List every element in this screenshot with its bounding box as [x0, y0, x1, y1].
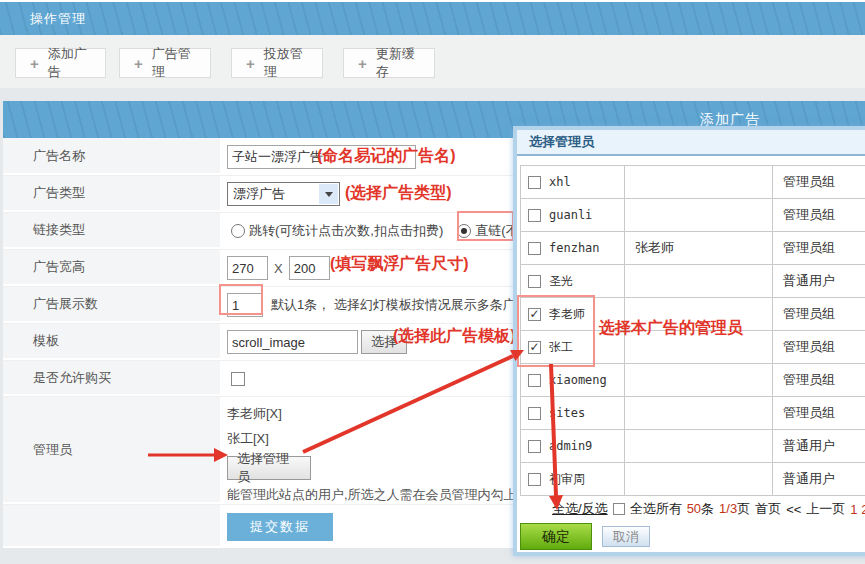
field-label-allow-purchase: 是否允许购买: [3, 361, 220, 396]
realname: [625, 199, 773, 232]
highlight-box-selected-managers: [517, 295, 595, 367]
prev-arrows-icon: <<: [786, 502, 801, 517]
toolbar-button-add-ad[interactable]: + 添加广告: [15, 48, 106, 78]
ad-width-input[interactable]: [227, 256, 268, 280]
dialog-buttons: 确定 取消: [520, 523, 865, 550]
page-header: 操作管理: [0, 2, 865, 35]
total-count: 50条: [687, 500, 714, 518]
username: fenzhan: [549, 241, 600, 255]
user-group: 管理员组: [773, 364, 865, 397]
table-row: admin9 普通用户: [521, 430, 865, 463]
user-group: 管理员组: [773, 199, 865, 232]
username: 初审周: [549, 471, 585, 488]
ad-height-input[interactable]: [289, 256, 330, 280]
toolbar-button-delivery-manage[interactable]: + 投放管理: [231, 48, 323, 78]
toolbar-button-label: 添加广告: [48, 45, 91, 81]
field-label-ad-size: 广告宽高: [3, 250, 220, 286]
first-page-link[interactable]: 首页: [755, 500, 781, 518]
table-row: xiaomeng 管理员组: [521, 364, 865, 397]
size-separator: X: [274, 261, 283, 276]
ok-button[interactable]: 确定: [520, 523, 592, 550]
page-number-links[interactable]: 1 2 3: [850, 502, 865, 517]
highlight-box-direct-link: [457, 211, 514, 241]
display-count-hint: 默认1条， 选择幻灯模板按情况展示多条广告: [271, 296, 529, 314]
ad-type-select[interactable]: 漂浮广告: [227, 182, 340, 206]
table-row: xhl 管理员组: [521, 166, 865, 199]
user-group: 管理员组: [773, 232, 865, 265]
select-all-link[interactable]: 全选/反选: [552, 500, 608, 518]
realname: [625, 397, 773, 430]
radio-jump[interactable]: [231, 224, 245, 238]
plus-icon: +: [134, 55, 143, 72]
annotation-ad-type: (选择广告类型): [345, 183, 452, 204]
page-indicator: 1/3页: [719, 500, 750, 518]
username: admin9: [549, 439, 592, 453]
prev-page-link[interactable]: 上一页: [806, 500, 845, 518]
toolbar-button-label: 广告管理: [152, 45, 196, 81]
field-label-ad-name: 广告名称: [3, 138, 220, 175]
annotation-ad-name: (命名易记的广告名): [317, 146, 456, 167]
username: sites: [549, 406, 585, 420]
choose-manager-button[interactable]: 选择管理员: [227, 456, 311, 480]
row-checkbox[interactable]: [528, 407, 541, 420]
realname: [625, 166, 773, 199]
field-label-display-count: 广告展示数: [3, 287, 220, 323]
highlight-box-display-count: [219, 284, 263, 315]
select-all-pages-checkbox[interactable]: [613, 503, 625, 515]
toolbar: + 添加广告 + 广告管理 + 投放管理 + 更新缓存: [0, 35, 865, 88]
field-label-link-type: 链接类型: [3, 213, 220, 249]
user-group: 管理员组: [773, 397, 865, 430]
template-input[interactable]: [227, 330, 358, 354]
user-group: 普通用户: [773, 463, 865, 496]
user-group: 普通用户: [773, 265, 865, 298]
row-checkbox[interactable]: [528, 473, 541, 486]
toolbar-button-ad-manage[interactable]: + 广告管理: [119, 48, 211, 78]
plus-icon: +: [358, 55, 367, 72]
table-row: sites 管理员组: [521, 397, 865, 430]
table-row: 圣光 普通用户: [521, 265, 865, 298]
empty-label-cell: [3, 505, 220, 548]
toolbar-button-label: 更新缓存: [376, 45, 420, 81]
field-label-template: 模板: [3, 324, 220, 360]
annotation-template: (选择此广告模板): [393, 326, 516, 347]
chevron-down-icon: [319, 184, 338, 204]
radio-jump-label: 跳转(可统计点击次数,扣点击扣费): [249, 222, 443, 240]
row-checkbox[interactable]: [528, 242, 541, 255]
user-group: 管理员组: [773, 166, 865, 199]
row-checkbox[interactable]: [528, 374, 541, 387]
username: 圣光: [549, 273, 573, 290]
user-group: 管理员组: [773, 331, 865, 364]
plus-icon: +: [30, 55, 39, 72]
realname: [625, 364, 773, 397]
realname: 张老师: [625, 232, 773, 265]
user-group: 普通用户: [773, 430, 865, 463]
realname: [625, 430, 773, 463]
allow-purchase-checkbox[interactable]: [231, 372, 245, 386]
row-checkbox[interactable]: [528, 209, 541, 222]
realname: [625, 265, 773, 298]
select-all-pages-label: 全选所有: [630, 500, 682, 518]
username: guanli: [549, 208, 592, 222]
ad-type-selected-value: 漂浮广告: [233, 185, 285, 203]
field-label-ad-type: 广告类型: [3, 176, 220, 212]
row-checkbox[interactable]: [528, 440, 541, 453]
table-row: fenzhan 张老师 管理员组: [521, 232, 865, 265]
submit-button[interactable]: 提交数据: [227, 513, 333, 541]
annotation-ad-size: (填写飘浮广告尺寸): [330, 254, 469, 275]
table-row: guanli 管理员组: [521, 199, 865, 232]
plus-icon: +: [246, 55, 255, 72]
realname: [625, 463, 773, 496]
row-checkbox[interactable]: [528, 176, 541, 189]
row-checkbox[interactable]: [528, 275, 541, 288]
field-label-managers: 管理员: [3, 397, 220, 504]
user-group: 管理员组: [773, 298, 865, 331]
dialog-title: 选择管理员: [517, 130, 865, 156]
table-row: 初审周 普通用户: [521, 463, 865, 496]
page-title: 操作管理: [30, 10, 86, 28]
username: xiaomeng: [549, 373, 607, 387]
username: xhl: [549, 175, 571, 189]
cancel-button[interactable]: 取消: [602, 526, 650, 547]
pagination-bar: 全选/反选 全选所有 50条 1/3页 首页 << 上一页 1 2 3: [552, 500, 865, 518]
toolbar-button-refresh-cache[interactable]: + 更新缓存: [343, 48, 435, 78]
toolbar-button-label: 投放管理: [264, 45, 308, 81]
